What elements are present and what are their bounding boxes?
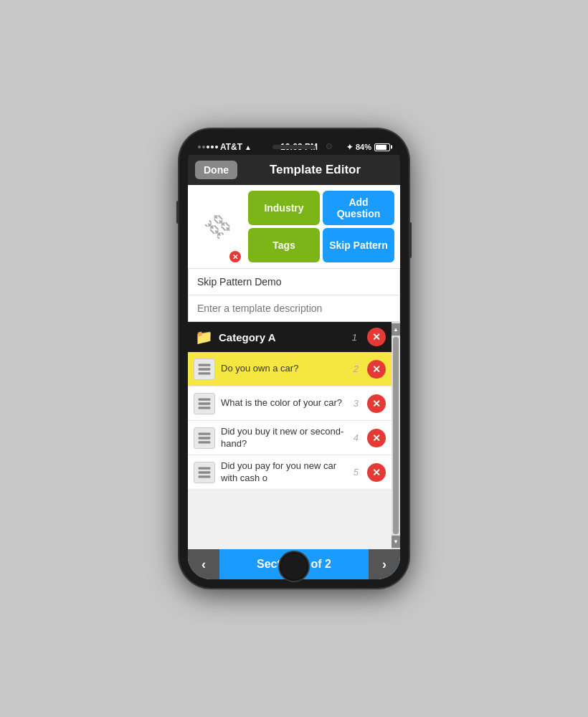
battery-icon [374,143,390,151]
scroll-up-button[interactable]: ▲ [392,323,400,336]
done-button[interactable]: Done [195,161,237,179]
tags-button[interactable]: Tags [248,228,320,262]
prev-section-button[interactable]: ‹ [188,549,219,579]
question-number-1: 2 [354,364,359,374]
phone-screen: AT&T ▲ 10:03 PM ✦ 84% Done Template Edit… [188,138,400,579]
svg-rect-7 [199,437,211,439]
template-fields [188,268,400,322]
speaker [272,145,316,149]
wifi-icon: ▲ [245,143,252,151]
skip-pattern-button[interactable]: Skip Pattern [323,228,394,262]
svg-rect-1 [199,368,211,370]
question-text-4: Did you pay for you new car with cash o [221,460,348,485]
content-area: ⛓ ✕ Industry Add Question Tags Skip Patt… [188,185,400,579]
folder-icon: 📁 [195,328,213,346]
signal-dot-1 [198,146,201,148]
svg-rect-0 [199,364,211,366]
svg-rect-2 [199,372,211,374]
question-number-4: 5 [354,467,359,478]
signal-dot-5 [215,146,218,148]
navigation-bar: Done Template Editor [188,155,400,185]
question-type-icon [194,462,215,483]
question-remove-button-2[interactable]: ✕ [367,394,386,413]
list-content: 📁 Category A 1 ✕ [188,322,392,549]
svg-rect-3 [199,398,211,400]
signal-dot-4 [211,146,214,148]
question-number-3: 4 [354,432,359,443]
scroll-track: ▲ ▼ [392,322,400,549]
template-name-input[interactable] [188,268,400,295]
industry-button[interactable]: Industry [248,191,320,225]
signal-dot-3 [207,146,209,148]
svg-rect-6 [199,432,211,435]
question-text-3: Did you buy it new or second-hand? [221,426,348,450]
question-number-2: 3 [354,398,359,409]
template-description-input[interactable] [188,295,400,322]
next-section-button[interactable]: › [369,549,400,579]
status-left: AT&T ▲ [198,142,252,152]
category-remove-button[interactable]: ✕ [367,328,386,346]
question-row: Did you pay for you new car with cash o … [188,455,392,490]
phone-frame: AT&T ▲ 10:03 PM ✦ 84% Done Template Edit… [179,129,409,588]
status-right: ✦ 84% [346,143,390,152]
question-remove-button-3[interactable]: ✕ [367,429,386,447]
question-row: What is the color of your car? 3 ✕ [188,386,392,421]
category-name: Category A [219,331,346,343]
home-button[interactable] [278,551,310,582]
battery-fill [376,145,387,150]
question-list: 📁 Category A 1 ✕ [188,322,400,549]
svg-rect-5 [199,407,211,409]
bluetooth-icon: ✦ [346,143,353,152]
question-remove-button-4[interactable]: ✕ [367,463,386,482]
camera [326,143,332,149]
link-icon-container: ⛓ ✕ [194,191,244,262]
svg-rect-11 [199,475,211,478]
link-remove-badge[interactable]: ✕ [229,251,241,262]
link-icon: ⛓ [201,209,237,244]
add-question-button[interactable]: Add Question [323,191,394,225]
nav-title: Template Editor [237,163,393,177]
question-text-1: Do you own a car? [221,363,348,375]
question-text-2: What is the color of your car? [221,397,348,409]
svg-rect-8 [199,441,211,443]
svg-rect-9 [199,467,211,469]
question-row: Do you own a car? 2 ✕ [188,352,392,386]
svg-rect-4 [199,402,211,404]
question-type-icon [194,358,215,380]
category-number: 1 [352,332,357,343]
question-remove-button-1[interactable]: ✕ [367,360,386,379]
action-buttons-grid: Industry Add Question Tags Skip Pattern [248,191,394,262]
svg-rect-10 [199,471,211,473]
battery-percent: 84% [356,143,371,151]
scroll-down-button[interactable]: ▼ [392,536,400,548]
carrier-label: AT&T [220,142,242,152]
category-row: 📁 Category A 1 ✕ [188,322,392,352]
signal-dot-2 [202,146,205,148]
signal-bars [198,146,218,148]
question-type-icon [194,427,215,449]
scroll-thumb [393,337,399,534]
top-buttons-section: ⛓ ✕ Industry Add Question Tags Skip Patt… [188,185,400,268]
question-type-icon [194,393,215,414]
question-row: Did you buy it new or second-hand? 4 ✕ [188,421,392,455]
